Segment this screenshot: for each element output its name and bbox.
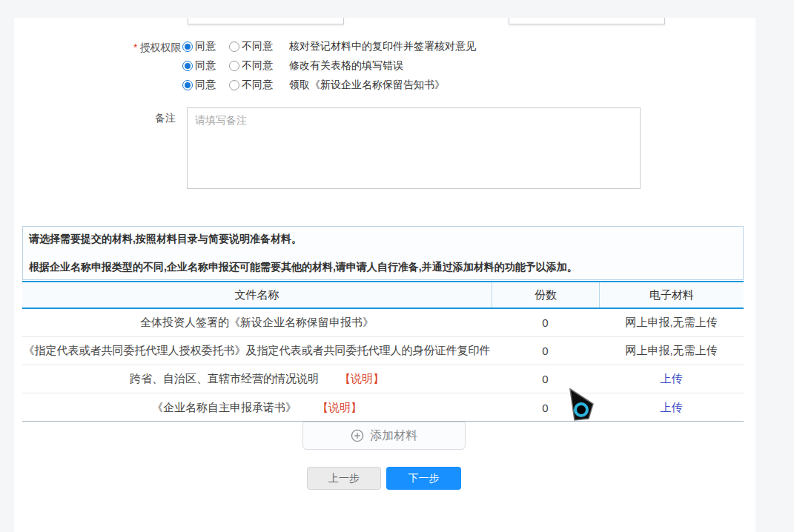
document-name-cell: 《企业名称自主申报承诺书》 【说明】 — [22, 401, 492, 415]
radio-disagree-label: 不同意 — [242, 40, 273, 53]
upload-link[interactable]: 上传 — [661, 401, 683, 415]
radio-option-agree[interactable]: 同意 — [182, 59, 216, 73]
previous-step-button[interactable]: 上一步 — [307, 467, 381, 490]
radio-option-agree[interactable]: 同意 — [182, 79, 216, 92]
radio-option-disagree[interactable]: 不同意 — [229, 40, 273, 53]
document-name: 全体投资人签署的《新设企业名称保留申报书》 — [140, 316, 374, 330]
radio-disagree-icon[interactable] — [229, 61, 239, 71]
radio-disagree-label: 不同意 — [242, 59, 273, 73]
radio-agree-label: 同意 — [195, 79, 216, 92]
header-count: 份数 — [492, 282, 599, 307]
document-name-cell: 全体投资人签署的《新设企业名称保留申报书》 — [22, 316, 492, 330]
table-row: 跨省、自治区、直辖市经营的情况说明 【说明】 0 上传 — [22, 365, 744, 393]
input-field-partial-left[interactable] — [188, 18, 344, 24]
input-field-partial-right[interactable] — [509, 18, 665, 24]
authorization-label: *授权权限 — [133, 41, 181, 55]
radio-agree-icon[interactable] — [182, 80, 193, 90]
radio-option-agree[interactable]: 同意 — [182, 40, 216, 53]
header-file-name: 文件名称 — [22, 282, 492, 307]
authorization-label-text: 授权权限 — [139, 41, 181, 53]
document-count: 0 — [492, 345, 599, 357]
authorization-item-description: 核对登记材料中的复印件并签署核对意见 — [289, 40, 476, 53]
table-row: 《企业名称自主申报承诺书》 【说明】 0 上传 — [22, 393, 744, 422]
notice-line-1: 请选择需要提交的材料,按照材料目录与简要说明准备材料。 — [29, 233, 302, 246]
radio-agree-icon[interactable] — [182, 41, 193, 52]
explanation-link[interactable]: 【说明】 — [340, 372, 384, 386]
remarks-label: 备注 — [155, 112, 176, 125]
remarks-textarea[interactable] — [187, 107, 641, 189]
required-asterisk: * — [133, 41, 137, 53]
authorization-row: 同意 不同意 核对登记材料中的复印件并签署核对意见 — [182, 39, 476, 54]
document-count: 0 — [492, 316, 599, 329]
radio-disagree-icon[interactable] — [229, 80, 239, 90]
materials-notice-box: 请选择需要提交的材料,按照材料目录与简要说明准备材料。 根据企业名称申报类型的不… — [22, 226, 744, 280]
table-row: 全体投资人签署的《新设企业名称保留申报书》 0 网上申报,无需上传 — [22, 309, 744, 337]
plus-circle-icon — [351, 429, 364, 442]
notice-line-2: 根据企业名称申报类型的不同,企业名称申报还可能需要其他的材料,请申请人自行准备,… — [29, 261, 578, 274]
document-count: 0 — [492, 402, 599, 414]
header-electronic: 电子材料 — [599, 282, 744, 307]
document-count: 0 — [492, 373, 599, 385]
document-name-cell: 《指定代表或者共同委托代理人授权委托书》及指定代表或者共同委托代理人的身份证件复… — [22, 344, 492, 358]
table-row: 《指定代表或者共同委托代理人授权委托书》及指定代表或者共同委托代理人的身份证件复… — [22, 337, 744, 365]
radio-agree-icon[interactable] — [182, 61, 193, 71]
next-step-button[interactable]: 下一步 — [386, 467, 461, 490]
add-material-button[interactable]: 添加材料 — [302, 422, 466, 450]
electronic-status: 网上申报,无需上传 — [625, 344, 717, 358]
document-name: 跨省、自治区、直辖市经营的情况说明 — [130, 372, 319, 386]
document-name: 《指定代表或者共同委托代理人授权委托书》及指定代表或者共同委托代理人的身份证件复… — [24, 344, 491, 358]
document-name: 《企业名称自主申报承诺书》 — [152, 401, 297, 415]
radio-option-disagree[interactable]: 不同意 — [229, 79, 273, 92]
materials-table: 文件名称 份数 电子材料 全体投资人签署的《新设企业名称保留申报书》 0 网上申… — [22, 281, 744, 422]
radio-disagree-label: 不同意 — [242, 79, 273, 92]
authorization-item-description: 修改有关表格的填写错误 — [289, 59, 403, 73]
table-header-row: 文件名称 份数 电子材料 — [22, 281, 744, 309]
radio-disagree-icon[interactable] — [229, 41, 239, 52]
upload-link[interactable]: 上传 — [661, 372, 683, 386]
document-name-cell: 跨省、自治区、直辖市经营的情况说明 【说明】 — [22, 372, 492, 386]
electronic-status: 网上申报,无需上传 — [625, 316, 717, 330]
radio-agree-label: 同意 — [195, 59, 216, 73]
radio-agree-label: 同意 — [195, 40, 216, 53]
authorization-row: 同意 不同意 领取《新设企业名称保留告知书》 — [182, 78, 445, 93]
add-material-label: 添加材料 — [370, 428, 417, 444]
radio-option-disagree[interactable]: 不同意 — [229, 59, 273, 73]
authorization-row: 同意 不同意 修改有关表格的填写错误 — [182, 59, 403, 73]
authorization-item-description: 领取《新设企业名称保留告知书》 — [289, 79, 445, 92]
explanation-link[interactable]: 【说明】 — [317, 401, 362, 415]
